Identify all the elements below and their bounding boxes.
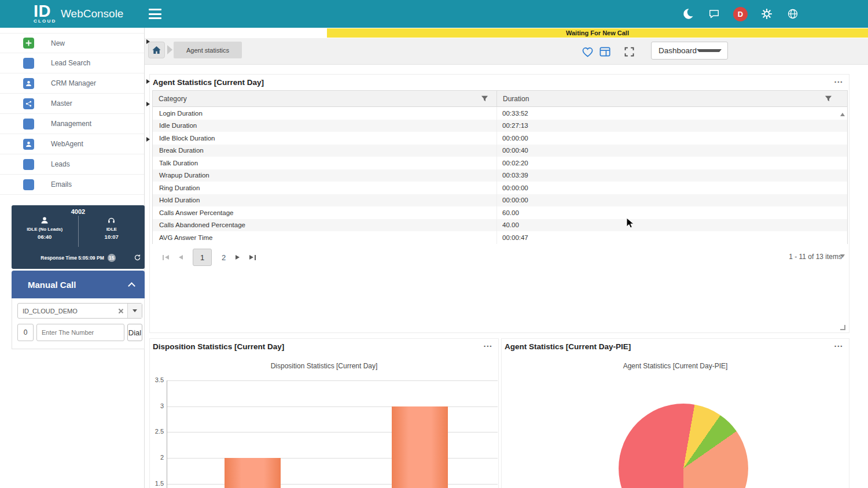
- settings-gear-icon[interactable]: [760, 7, 774, 21]
- sidebar-item-master[interactable]: Master: [0, 94, 144, 114]
- previous-page-button[interactable]: [179, 255, 183, 260]
- splitter-handle[interactable]: [146, 39, 150, 44]
- headset-icon: [106, 216, 116, 225]
- phone-number-field[interactable]: [36, 324, 124, 341]
- dark-mode-moon-icon[interactable]: [681, 7, 695, 21]
- dial-row: Dial: [17, 324, 142, 341]
- agent-statistics-widget: Agent Statistics [Current Day] ... Categ…: [149, 74, 849, 333]
- layout-card-icon[interactable]: [597, 44, 612, 59]
- response-time-row: Response Time 5:05:09 PM 15: [12, 254, 145, 262]
- manual-call-header[interactable]: Manual Call: [12, 271, 145, 298]
- widget-title: Disposition Statistics [Current Day]: [153, 342, 284, 351]
- agent-statistics-pie-widget: Agent Statistics [Current Day-PIE] ... A…: [501, 338, 849, 488]
- sidebar-item-leads[interactable]: Leads: [0, 154, 144, 175]
- pie-chart-title: Agent Statistics [Current Day-PIE]: [502, 362, 849, 370]
- fullscreen-icon[interactable]: [621, 44, 637, 59]
- agent-state-column: IDLE (No Leads) 06:40: [12, 216, 79, 247]
- cell-duration: 00:00:00: [497, 194, 847, 207]
- cell-category: Ring Duration: [153, 182, 497, 194]
- call-status-text: Waiting For New Call: [566, 29, 629, 36]
- breadcrumb-separator-icon: [167, 45, 172, 54]
- sidebar-item-new[interactable]: New: [0, 33, 144, 53]
- scroll-up-icon[interactable]: [840, 113, 845, 116]
- last-page-button[interactable]: [249, 255, 256, 260]
- column-header-label: Category: [159, 95, 187, 103]
- dial-button[interactable]: Dial: [127, 324, 142, 341]
- cell-category: Calls Answer Percentage: [153, 206, 497, 219]
- table-header: Category Duration: [153, 91, 847, 107]
- user-avatar[interactable]: D: [733, 7, 748, 21]
- column-header-category: Category: [153, 91, 497, 106]
- globe-icon[interactable]: [786, 7, 800, 21]
- y-tick-label: 3: [150, 402, 164, 409]
- phone-state-timer: 10:07: [105, 234, 119, 240]
- campaign-dropdown-button[interactable]: [127, 304, 142, 318]
- breadcrumb-bar: Agent statistics Dashboard: [145, 38, 868, 65]
- table-row[interactable]: Login Duration00:33:52: [153, 107, 847, 120]
- splitter-handle[interactable]: [146, 137, 150, 142]
- leads-icon: [23, 159, 34, 170]
- splitter-handle[interactable]: [146, 102, 150, 106]
- table-row[interactable]: Idle Duration00:27:13: [153, 120, 847, 132]
- table-row[interactable]: Ring Duration00:00:00: [153, 182, 847, 194]
- page-button-1[interactable]: 1: [193, 249, 212, 266]
- sidebar-item-lead-search[interactable]: Lead Search: [0, 53, 144, 73]
- home-icon: [152, 45, 161, 55]
- sidebar-item-crm-manager[interactable]: CRM Manager: [0, 73, 144, 94]
- table-row[interactable]: AVG Answer Time00:00:47: [153, 231, 847, 244]
- table-row[interactable]: Calls Abandoned Percentage40.00: [153, 219, 847, 232]
- cell-duration: 00:00:47: [497, 231, 847, 244]
- sidebar: New Lead Search CRM Manager Master Manag…: [0, 28, 145, 488]
- table-row[interactable]: Wrapup Duration00:03:39: [153, 169, 847, 182]
- table-row[interactable]: Hold Duration00:00:00: [153, 194, 847, 207]
- y-tick-label: 1.5: [150, 480, 164, 487]
- dashboard-view-value: Dashboard: [659, 46, 697, 55]
- y-tick-label: 2.5: [150, 428, 164, 435]
- phone-state-text: IDLE: [106, 227, 117, 232]
- campaign-input[interactable]: [18, 308, 117, 315]
- sidebar-item-management[interactable]: Management: [0, 114, 144, 134]
- manual-call-title: Manual Call: [28, 280, 129, 290]
- table-body: Login Duration00:33:52 Idle Duration00:2…: [153, 107, 847, 244]
- home-button[interactable]: [148, 42, 165, 58]
- cell-category: Break Duration: [153, 145, 497, 157]
- next-page-button[interactable]: [236, 255, 240, 260]
- gridline: [167, 484, 498, 485]
- filter-icon[interactable]: [825, 95, 832, 104]
- widget-menu-button[interactable]: ...: [834, 339, 843, 349]
- widget-menu-button[interactable]: ...: [834, 75, 843, 84]
- table-row[interactable]: Talk Duration00:02:20: [153, 157, 847, 169]
- heart-icon[interactable]: [580, 44, 595, 59]
- y-tick-label: 3.5: [150, 376, 164, 383]
- sidebar-item-webagent[interactable]: WebAgent: [0, 134, 144, 154]
- cell-category: Login Duration: [153, 107, 497, 120]
- refresh-icon[interactable]: [134, 254, 141, 263]
- dashboard-view-select[interactable]: Dashboard: [651, 42, 728, 60]
- table-row[interactable]: Idle Block Duration00:00:00: [153, 132, 847, 145]
- count-badge: 15: [108, 254, 116, 262]
- splitter-handle[interactable]: [146, 79, 150, 84]
- prefix-field[interactable]: [17, 324, 34, 341]
- pie-chart: [619, 404, 748, 488]
- cell-category: AVG Answer Time: [153, 231, 497, 244]
- cell-duration: 00:00:00: [497, 182, 847, 194]
- menu-icon[interactable]: [149, 9, 161, 19]
- sidebar-item-emails[interactable]: Emails: [0, 175, 144, 195]
- pagination-summary: 1 - 11 of 13 items: [789, 253, 842, 261]
- table-row[interactable]: Calls Answer Percentage60.00: [153, 206, 847, 219]
- table-row[interactable]: Break Duration00:00:40: [153, 145, 847, 157]
- breadcrumb-tab-agent-statistics[interactable]: Agent statistics: [174, 42, 242, 58]
- clear-icon[interactable]: [117, 307, 125, 315]
- chat-icon[interactable]: [707, 7, 721, 21]
- widget-menu-button[interactable]: ...: [483, 339, 492, 349]
- sidebar-item-label: CRM Manager: [51, 79, 96, 87]
- page-button-2[interactable]: 2: [222, 253, 226, 262]
- app-logo: ID CLOUD WebConsole: [34, 3, 56, 24]
- bar-series-item: [225, 458, 281, 488]
- filter-icon[interactable]: [481, 95, 488, 104]
- first-page-button[interactable]: [163, 255, 169, 260]
- phone-state-column: IDLE 10:07: [79, 216, 145, 247]
- share-nodes-icon: [23, 98, 34, 109]
- sidebar-nav: New Lead Search CRM Manager Master Manag…: [0, 33, 144, 195]
- resize-handle[interactable]: [840, 325, 845, 330]
